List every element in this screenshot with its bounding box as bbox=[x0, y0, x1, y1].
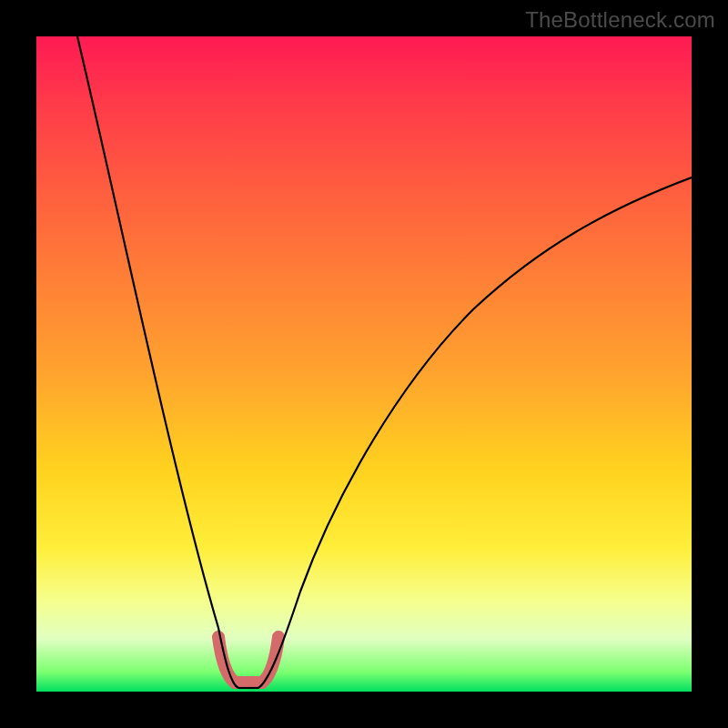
plot-area bbox=[36, 36, 692, 692]
watermark-text: TheBottleneck.com bbox=[525, 7, 715, 33]
curve-left-branch bbox=[77, 36, 238, 688]
chart-outer-frame: TheBottleneck.com bbox=[0, 0, 728, 728]
valley-highlight bbox=[218, 637, 278, 682]
curve-right-branch bbox=[258, 177, 692, 688]
chart-svg bbox=[36, 36, 692, 692]
